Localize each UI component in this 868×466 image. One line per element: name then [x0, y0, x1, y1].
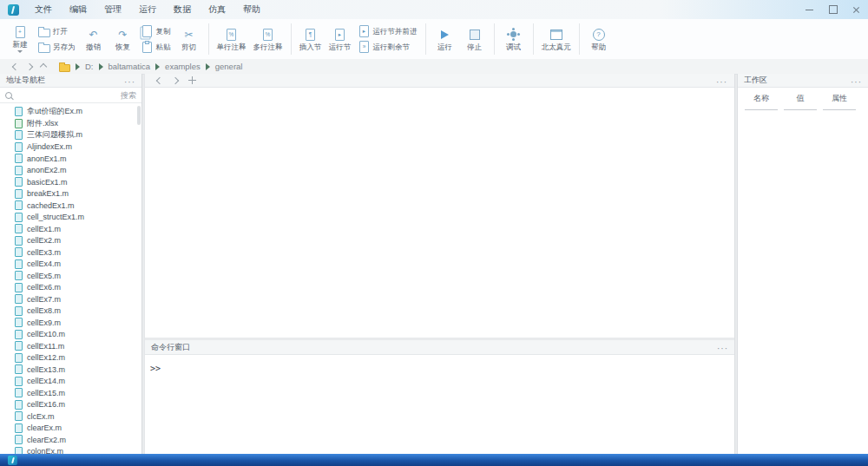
new-tab-button[interactable] [183, 76, 201, 84]
file-item[interactable]: cellEx13.m [0, 364, 141, 376]
maximize-icon [829, 5, 838, 14]
workspace-column-header[interactable]: 属性 [823, 91, 856, 110]
file-item[interactable]: AljindexEx.m [0, 141, 141, 154]
close-button[interactable] [845, 0, 868, 19]
menu-item[interactable]: 编辑 [61, 0, 95, 19]
file-item[interactable]: cellEx9.m [0, 317, 141, 329]
nav-up-button[interactable] [36, 64, 50, 69]
file-item[interactable]: cellEx1.m [0, 223, 141, 235]
file-item[interactable]: 拿ut价缩的Ex.m [0, 106, 141, 118]
tab-scroll-right-button[interactable] [168, 78, 183, 83]
file-item[interactable]: cellEx15.m [0, 387, 141, 399]
menu-item[interactable]: 仿真 [200, 0, 234, 19]
file-icon [15, 283, 23, 292]
file-item[interactable]: cellEx4.m [0, 259, 141, 271]
run-section-advance-button[interactable]: 运行节并前进 [355, 23, 421, 39]
file-item[interactable]: clearEx.m [0, 423, 141, 435]
cut-icon: ✂ [184, 28, 193, 42]
file-item[interactable]: cellEx16.m [0, 399, 141, 411]
editor-content[interactable] [145, 88, 734, 338]
file-item[interactable]: basicEx1.m [0, 176, 141, 188]
breadcrumb-arrow-icon [99, 63, 103, 70]
breadcrumb-segment[interactable]: general [215, 62, 243, 71]
file-item[interactable]: cellEx8.m [0, 305, 141, 318]
navigator-more-options-icon[interactable] [124, 74, 135, 89]
workspace-variable-list [738, 110, 868, 454]
toolbar-group: 北太真元 [538, 19, 575, 59]
menu-item[interactable]: 文件 [26, 0, 61, 19]
comment-line-button[interactable]: 单行注释 [214, 19, 250, 59]
file-item[interactable]: breakEx1.m [0, 188, 141, 200]
toolbar: 新建打开另存为↶撤销↷恢复复制粘贴✂剪切单行注释多行注释插入节运行节运行节并前进… [0, 19, 868, 60]
file-item[interactable]: cellEx2.m [0, 235, 141, 247]
file-item[interactable]: anonEx2.m [0, 165, 141, 177]
file-item[interactable]: cellEx6.m [0, 282, 141, 294]
stop-button[interactable]: 停止 [460, 19, 490, 59]
scrollbar-thumb[interactable] [137, 106, 141, 125]
undo-button[interactable]: ↶撤销 [79, 19, 108, 59]
tab-scroll-left-button[interactable] [152, 78, 168, 83]
workspace-column-header[interactable]: 名称 [745, 91, 778, 110]
debug-icon [510, 28, 516, 42]
file-item[interactable]: cellEx7.m [0, 293, 141, 305]
maximize-button[interactable] [821, 0, 845, 19]
breadcrumb-arrow-icon [206, 63, 210, 70]
save-as-button[interactable]: 另存为 [35, 39, 79, 55]
comment-block-button[interactable]: 多行注释 [250, 19, 286, 59]
workspace-more-options-icon[interactable] [851, 73, 862, 89]
file-item[interactable]: anonEx1.m [0, 153, 141, 165]
insert-section-button[interactable]: 插入节 [296, 19, 326, 59]
paste-button[interactable]: 粘贴 [138, 39, 174, 55]
file-item[interactable]: cellEx10.m [0, 329, 141, 341]
dropdown-caret-icon [17, 50, 23, 53]
breadcrumb-segment[interactable]: baltamatica [108, 62, 151, 71]
file-item[interactable]: 三体问题模拟.m [0, 129, 141, 141]
workspace-column-header[interactable]: 值 [784, 91, 817, 110]
file-item[interactable]: clearEx2.m [0, 434, 141, 446]
breadcrumb-segment[interactable]: examples [165, 62, 201, 71]
file-item[interactable]: colonEx.m [0, 446, 141, 455]
editor-panel: 命令行窗口 >> [144, 74, 735, 454]
run-button[interactable]: 运行 [431, 19, 460, 59]
file-item[interactable]: cell_structEx1.m [0, 212, 141, 224]
debug-button[interactable]: 调试 [499, 19, 529, 59]
file-item[interactable]: cellEx12.m [0, 352, 141, 364]
nav-back-button[interactable] [9, 64, 23, 69]
copy-button[interactable]: 复制 [138, 23, 174, 39]
search-input[interactable] [16, 91, 136, 100]
menu-item[interactable]: 管理 [95, 0, 130, 19]
menu-item[interactable]: 运行 [130, 0, 165, 19]
taskbar-app-icon[interactable] [8, 456, 17, 465]
help-book-button[interactable]: ?帮助 [584, 19, 614, 59]
command-window-more-options-icon[interactable] [717, 339, 728, 355]
baltam-window-button[interactable]: 北太真元 [538, 19, 575, 59]
file-item[interactable]: cellEx5.m [0, 270, 141, 282]
nav-forward-button[interactable] [23, 64, 36, 69]
file-icon [15, 107, 23, 116]
redo-button[interactable]: ↷恢复 [108, 19, 138, 59]
app-logo-icon [8, 4, 19, 16]
file-item[interactable]: 附件.xlsx [0, 118, 141, 130]
editor-more-options-icon[interactable] [716, 73, 727, 89]
minimize-button[interactable] [798, 0, 821, 19]
minimize-icon [806, 10, 813, 10]
breadcrumb-segment[interactable]: D: [85, 62, 94, 71]
run-remaining-sections-icon [358, 41, 371, 53]
command-window-input-area[interactable]: >> [145, 355, 734, 454]
file-item[interactable]: cellEx3.m [0, 246, 141, 259]
new-doc-button[interactable]: 新建 [5, 19, 35, 59]
file-item[interactable]: cachedEx1.m [0, 200, 141, 212]
file-icon [15, 400, 23, 410]
file-item[interactable]: cellEx11.m [0, 340, 141, 352]
file-item[interactable]: cellEx14.m [0, 376, 141, 388]
cut-button[interactable]: ✂剪切 [174, 19, 204, 59]
file-item[interactable]: clcEx.m [0, 410, 141, 423]
menu-item[interactable]: 数据 [165, 0, 200, 19]
run-section-button[interactable]: 运行节 [326, 19, 355, 59]
run-icon [441, 28, 449, 42]
open-folder-button[interactable]: 打开 [35, 23, 79, 39]
breadcrumb-arrow-icon [155, 63, 160, 70]
workspace-title: 工作区 [744, 75, 767, 86]
menu-item[interactable]: 帮助 [234, 0, 269, 19]
run-remaining-sections-button[interactable]: 运行剩余节 [355, 39, 421, 55]
